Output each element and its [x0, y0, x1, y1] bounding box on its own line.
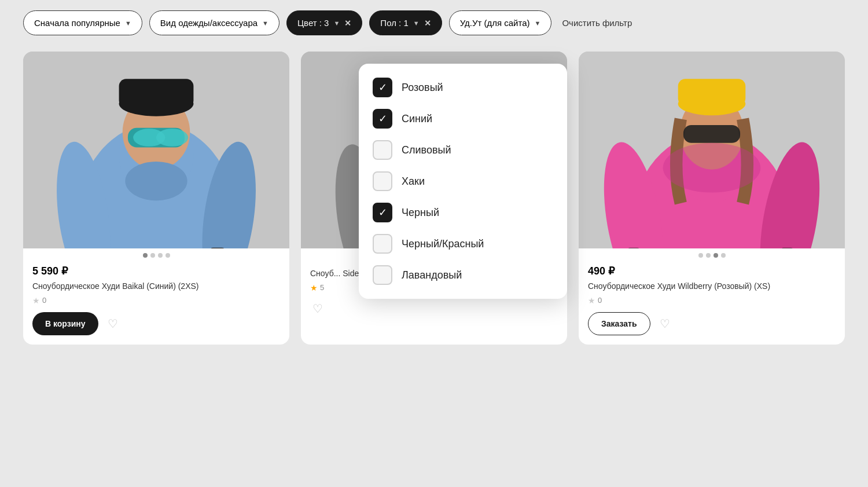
- color-label-lavender: Лавандовый: [402, 269, 462, 281]
- product-image-svg: [23, 52, 289, 248]
- image-dots: [579, 248, 845, 260]
- svg-point-12: [125, 162, 187, 200]
- wishlist-button[interactable]: ♡: [310, 299, 325, 318]
- color-option-blue[interactable]: ✓ Синий: [359, 103, 567, 134]
- rating-value: 0: [598, 296, 602, 305]
- color-label-plum: Сливовый: [402, 144, 451, 156]
- gender-label: Пол : 1: [380, 18, 408, 28]
- dot: [165, 253, 170, 258]
- filter-bar: Сначала популярные ▼ Вид одежды/аксессуа…: [0, 0, 868, 46]
- checkbox-blue[interactable]: ✓: [373, 109, 392, 129]
- dot: [143, 253, 148, 258]
- color-label-blue: Синий: [402, 113, 432, 125]
- product-rating: ★ 0: [32, 296, 280, 305]
- product-price: 5 590 ₽: [32, 265, 280, 277]
- clear-filter-button[interactable]: Очистить фильтр: [558, 11, 635, 35]
- rating-value: 5: [320, 283, 324, 292]
- color-option-khaki[interactable]: Хаки: [359, 166, 567, 197]
- wishlist-button[interactable]: ♡: [657, 314, 672, 333]
- site-filter-button[interactable]: Уд.Ут (для сайта) ▼: [449, 10, 552, 35]
- site-arrow-icon: ▼: [535, 20, 541, 27]
- checkbox-black-red[interactable]: [373, 234, 392, 254]
- checkbox-plum[interactable]: [373, 140, 392, 160]
- gender-close-icon[interactable]: ✕: [424, 19, 431, 28]
- star-icon: ★: [588, 296, 595, 305]
- product-name: Сноубордическое Худи Baikal (Синий) (2XS…: [32, 281, 280, 292]
- color-label-black-red: Черный/Красный: [402, 238, 484, 250]
- dot: [158, 253, 163, 258]
- sort-label: Сначала популярные: [34, 18, 120, 28]
- color-close-icon[interactable]: ✕: [344, 19, 351, 28]
- color-option-black-red[interactable]: Черный/Красный: [359, 228, 567, 259]
- svg-rect-8: [119, 79, 194, 107]
- svg-rect-32: [678, 79, 746, 105]
- sort-button[interactable]: Сначала популярные ▼: [23, 10, 142, 35]
- product-info: 5 590 ₽ Сноубордическое Худи Baikal (Син…: [23, 260, 289, 345]
- color-filter-button[interactable]: Цвет : 3 ▼ ✕: [286, 10, 362, 35]
- color-dropdown-scroll[interactable]: ✓ Розовый ✓ Синий Сливовый Хаки ✓ Черный: [359, 64, 567, 299]
- product-card: 5 590 ₽ Сноубордическое Худи Baikal (Син…: [23, 52, 289, 345]
- color-option-pink[interactable]: ✓ Розовый: [359, 72, 567, 103]
- checkbox-pink[interactable]: ✓: [373, 78, 392, 97]
- order-button[interactable]: Заказать: [588, 312, 650, 335]
- color-label: Цвет : 3: [297, 18, 329, 28]
- product-card: 490 ₽ Сноубордическое Худи Wildberry (Ро…: [579, 52, 845, 345]
- color-label-black: Черный: [402, 207, 439, 219]
- dot: [713, 253, 718, 258]
- svg-point-11: [156, 129, 188, 147]
- sort-arrow-icon: ▼: [125, 20, 131, 27]
- product-image: [23, 52, 289, 248]
- product-price: 490 ₽: [588, 265, 836, 277]
- site-label: Уд.Ут (для сайта): [460, 18, 530, 28]
- product-image-svg: [579, 52, 845, 248]
- dot: [706, 253, 711, 258]
- color-label-pink: Розовый: [402, 82, 443, 94]
- wishlist-button[interactable]: ♡: [105, 314, 120, 333]
- product-rating: ★ 0: [588, 296, 836, 305]
- dot: [150, 253, 155, 258]
- svg-point-34: [663, 143, 761, 193]
- card-actions: В корзину ♡: [32, 312, 280, 335]
- add-to-cart-button[interactable]: В корзину: [32, 312, 98, 335]
- checkbox-khaki[interactable]: [373, 171, 392, 191]
- product-image: [579, 52, 845, 248]
- color-label-khaki: Хаки: [402, 175, 425, 188]
- clothing-arrow-icon: ▼: [262, 20, 269, 27]
- gender-filter-button[interactable]: Пол : 1 ▼ ✕: [369, 10, 442, 35]
- product-name: Сноубордическое Худи Wildberry (Розовый)…: [588, 281, 836, 292]
- checkbox-black[interactable]: ✓: [373, 203, 392, 222]
- card-actions: Заказать ♡: [588, 312, 836, 335]
- color-option-lavender[interactable]: Лавандовый: [359, 259, 567, 291]
- gender-arrow-icon: ▼: [413, 20, 420, 27]
- image-dots: [23, 248, 289, 260]
- checkbox-lavender[interactable]: [373, 265, 392, 285]
- product-info: 490 ₽ Сноубордическое Худи Wildberry (Ро…: [579, 260, 845, 345]
- color-dropdown-panel[interactable]: ✓ Розовый ✓ Синий Сливовый Хаки ✓ Черный: [359, 64, 567, 299]
- clothing-label: Вид одежды/аксессуара: [160, 18, 258, 28]
- dot: [721, 253, 726, 258]
- dot: [698, 253, 703, 258]
- card-actions: ♡: [310, 299, 558, 318]
- color-arrow-icon: ▼: [333, 20, 340, 27]
- star-icon: ★: [32, 296, 40, 305]
- color-option-black[interactable]: ✓ Черный: [359, 197, 567, 228]
- svg-rect-33: [683, 125, 740, 143]
- clothing-filter-button[interactable]: Вид одежды/аксессуара ▼: [149, 10, 279, 35]
- color-option-plum[interactable]: Сливовый: [359, 134, 567, 166]
- star-icon: ★: [310, 283, 318, 292]
- rating-value: 0: [42, 296, 46, 305]
